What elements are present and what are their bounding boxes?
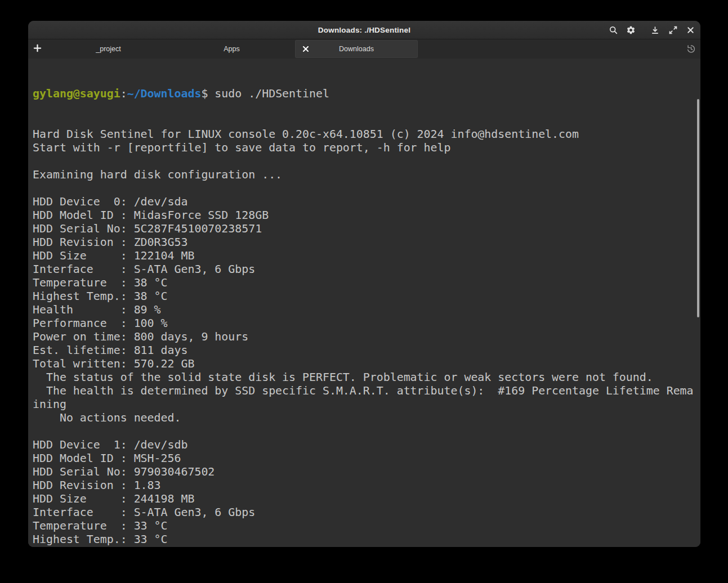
plus-icon — [33, 44, 42, 55]
prompt-line: gylang@sayugi:~/Downloads$ sudo ./HDSent… — [33, 87, 696, 101]
window-title: Downloads: ./HDSentinel — [28, 21, 700, 39]
titlebar-icons — [608, 21, 695, 39]
tab-downloads[interactable]: Downloads — [295, 40, 418, 58]
scrollbar-thumb[interactable] — [697, 99, 699, 317]
terminal-screen[interactable]: gylang@sayugi:~/Downloads$ sudo ./HDSent… — [28, 59, 700, 547]
tab-close-icon[interactable] — [302, 46, 309, 52]
close-icon[interactable] — [685, 25, 695, 35]
tab-project[interactable]: _project — [47, 39, 170, 59]
prompt-user-host: gylang@sayugi — [33, 87, 120, 100]
new-tab-button[interactable] — [28, 39, 47, 59]
search-icon[interactable] — [608, 25, 618, 35]
history-icon[interactable] — [686, 44, 696, 55]
titlebar: Downloads: ./HDSentinel — [28, 21, 700, 39]
tab-label: _project — [96, 45, 120, 53]
gear-icon[interactable] — [626, 25, 636, 35]
tab-label: Downloads — [339, 45, 374, 53]
terminal-output: Hard Disk Sentinel for LINUX console 0.2… — [33, 128, 696, 547]
terminal-window: Downloads: ./HDSentinel — [28, 21, 700, 547]
tab-apps[interactable]: Apps — [170, 39, 293, 59]
tab-label: Apps — [224, 45, 240, 53]
prompt-path: ~/Downloads — [127, 87, 202, 100]
prompt-command: $ sudo ./HDSentinel — [201, 87, 329, 100]
prompt-separator: : — [120, 87, 127, 100]
expand-icon[interactable] — [668, 25, 678, 35]
tabbar: _project Apps Downloads — [28, 39, 700, 59]
download-icon[interactable] — [650, 25, 660, 35]
